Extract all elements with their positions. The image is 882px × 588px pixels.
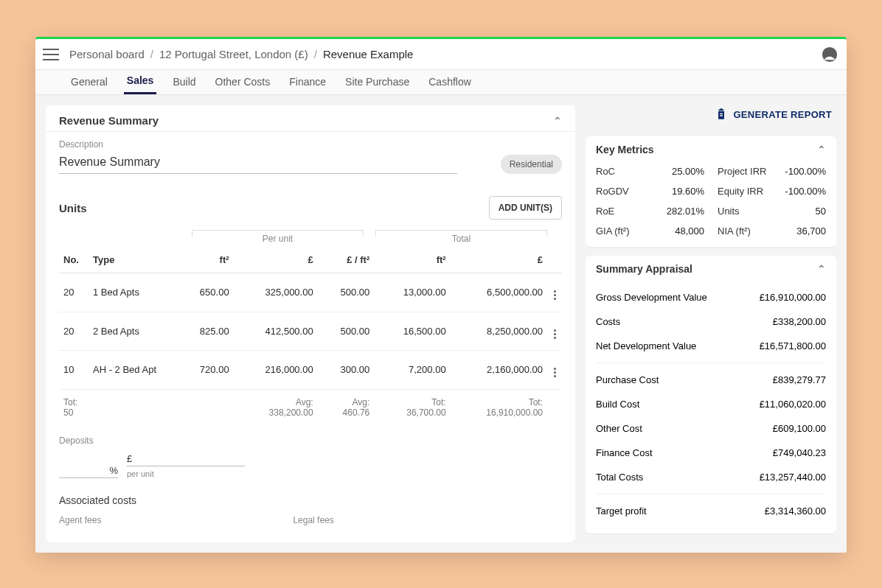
group-total: Total [375, 230, 547, 244]
metric-key: RoC [596, 166, 615, 177]
metric-value: 25.00% [672, 166, 704, 177]
chevron-up-icon[interactable]: ⌃ [817, 144, 826, 155]
row-menu-icon[interactable] [547, 273, 562, 312]
cell-tot-gbp: 2,160,000.00 [451, 351, 547, 390]
appraisal-key: Target profit [596, 505, 647, 517]
summary-appraisal-card: Summary Appraisal ⌃ Gross Development Va… [586, 256, 836, 533]
totals-no-label: Tot: [63, 397, 173, 407]
totals-no-value: 50 [63, 407, 73, 418]
totals-gbp-value: 338,200.00 [269, 407, 313, 418]
table-row[interactable]: 202 Bed Apts825.00412,500.00500.0016,500… [59, 312, 562, 351]
revenue-section-title: Revenue Summary [59, 114, 159, 127]
appraisal-row: Finance Cost£749,040.23 [596, 441, 826, 465]
menu-icon[interactable] [43, 49, 59, 60]
breadcrumb-separator: / [150, 48, 153, 60]
appraisal-value: £11,060,020.00 [760, 399, 826, 410]
tab-build[interactable]: Build [170, 71, 198, 94]
appraisal-value: £839,279.77 [773, 374, 826, 385]
residential-chip[interactable]: Residential [501, 155, 562, 174]
metric-value: 36,700 [796, 225, 826, 237]
chevron-up-icon[interactable]: ⌃ [817, 263, 826, 275]
appraisal-row: Net Development Value£16,571,800.00 [596, 334, 826, 358]
col-ft2: ft² [177, 247, 234, 273]
appraisal-key: Net Development Value [596, 340, 696, 351]
metric-item: GIA (ft²)48,000 [596, 225, 704, 237]
metric-item: Project IRR-100.00% [718, 166, 826, 177]
tab-other-costs[interactable]: Other Costs [212, 71, 274, 94]
metric-item: RoE282.01% [596, 206, 704, 217]
cell-gbp: 216,000.00 [234, 351, 318, 390]
content-area: Revenue Summary ⌃ Description Revenue Su… [35, 95, 847, 553]
add-units-button[interactable]: ADD UNIT(S) [489, 196, 562, 220]
svg-point-1 [827, 49, 832, 55]
cell-ft2: 650.00 [177, 273, 234, 312]
cell-tot-ft2: 13,000.00 [374, 273, 450, 312]
tab-finance[interactable]: Finance [286, 71, 329, 94]
chevron-up-icon[interactable]: ⌃ [553, 115, 562, 127]
key-metrics-title: Key Metrics [596, 144, 654, 155]
deposits-label: Deposits [59, 435, 562, 446]
tab-site-purchase[interactable]: Site Purchase [342, 71, 412, 94]
appraisal-key: Build Cost [596, 399, 639, 410]
cell-ft2: 825.00 [177, 312, 234, 351]
totals-totft2-value: 36,700.00 [406, 407, 445, 418]
metric-value: -100.00% [785, 186, 826, 197]
cell-no: 20 [59, 312, 88, 351]
appraisal-row: Total Costs£13,257,440.00 [596, 465, 826, 489]
units-title: Units [59, 202, 87, 214]
appraisal-value: £16,571,800.00 [760, 340, 826, 351]
deposits-gbp-input[interactable]: £ [127, 450, 245, 466]
cell-gbp-ft2: 500.00 [318, 273, 375, 312]
account-icon[interactable] [820, 45, 839, 64]
deposits-per-unit: per unit [127, 469, 245, 478]
agent-fees-label: Agent fees [59, 515, 101, 525]
metric-item: Equity IRR-100.00% [718, 186, 826, 197]
cell-gbp: 412,500.00 [234, 312, 318, 351]
breadcrumb-separator: / [314, 48, 317, 60]
tab-cashflow[interactable]: Cashflow [426, 71, 474, 94]
metric-value: 48,000 [675, 225, 704, 237]
table-row[interactable]: 201 Bed Apts650.00325,000.00500.0013,000… [59, 273, 562, 312]
totals-totgbp-value: 16,910,000.00 [486, 407, 543, 418]
tab-general[interactable]: General [68, 71, 111, 94]
totals-totft2-label: Tot: [378, 397, 445, 407]
metric-value: 19.60% [672, 186, 704, 197]
cell-tot-ft2: 16,500.00 [374, 312, 450, 351]
top-bar: Personal board / 12 Portugal Street, Lon… [35, 39, 847, 70]
appraisal-key: Other Cost [596, 423, 642, 434]
col-tot-ft2: ft² [374, 247, 450, 273]
col-gbp: £ [234, 247, 318, 273]
summary-appraisal-title: Summary Appraisal [596, 263, 692, 275]
appraisal-value: £338,200.00 [773, 316, 826, 327]
deposits-pct-input[interactable]: % [59, 462, 118, 478]
breadcrumb-board[interactable]: Personal board [69, 48, 145, 60]
totals-gbpft2-value: 460.76 [343, 407, 370, 418]
metric-key: RoGDV [596, 186, 629, 197]
breadcrumb-project[interactable]: 12 Portugal Street, London (£) [159, 48, 308, 60]
table-row[interactable]: 10AH - 2 Bed Apt720.00216,000.00300.007,… [59, 351, 562, 390]
appraisal-row: Other Cost£609,100.00 [596, 416, 826, 441]
generate-report-button[interactable]: GENERATE REPORT [733, 109, 832, 120]
row-menu-icon[interactable] [547, 351, 562, 390]
metric-key: Equity IRR [718, 186, 763, 197]
metric-key: RoE [596, 206, 614, 217]
clipboard-icon [715, 108, 727, 120]
metric-item: RoC25.00% [596, 166, 704, 177]
appraisal-row: Costs£338,200.00 [596, 309, 826, 334]
row-menu-icon[interactable] [547, 312, 562, 351]
description-input[interactable]: Revenue Summary [59, 153, 457, 174]
cell-tot-gbp: 8,250,000.00 [451, 312, 547, 351]
metric-item: NIA (ft²)36,700 [718, 225, 826, 237]
tab-sales[interactable]: Sales [124, 70, 157, 94]
app-window: Personal board / 12 Portugal Street, Lon… [35, 37, 847, 553]
key-metrics-card: Key Metrics ⌃ RoC25.00%Project IRR-100.0… [586, 136, 836, 247]
col-type: Type [88, 247, 177, 273]
cell-type: 2 Bed Apts [88, 312, 177, 351]
appraisal-value: £3,314,360.00 [765, 505, 826, 517]
tab-bar: General Sales Build Other Costs Finance … [35, 70, 847, 95]
metric-value: -100.00% [785, 166, 826, 177]
appraisal-value: £16,910,000.00 [760, 292, 826, 303]
cell-gbp: 325,000.00 [234, 273, 318, 312]
breadcrumb-current: Revenue Example [323, 48, 414, 60]
associated-costs-title: Associated costs [59, 494, 562, 506]
